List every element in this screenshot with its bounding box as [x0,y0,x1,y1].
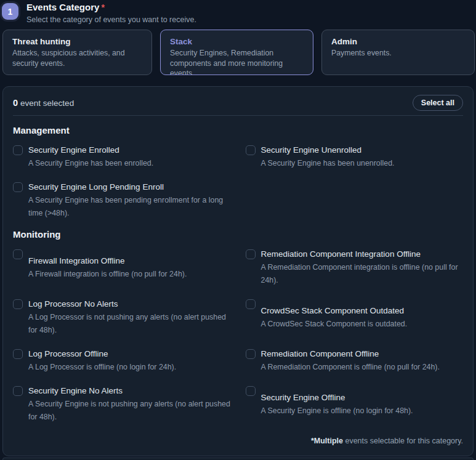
event-title: Security Engine No Alerts [28,385,231,397]
event-title: Security Engine Enrolled [28,144,153,156]
event-checkbox[interactable] [13,249,23,259]
event-text: Security Engine UnenrolledA Security Eng… [261,144,395,170]
event-checkbox[interactable] [246,145,256,155]
event-title: CrowdSec Stack Component Outdated [261,305,408,317]
events-grid: Security Engine EnrolledA Security Engin… [13,144,463,220]
step-text: Events Category* Select the category of … [26,2,196,24]
event-title: Security Engine Unenrolled [261,144,395,156]
step-number-badge: 1 [2,3,18,20]
event-option[interactable]: Firewall Integration OfflineA Firewall i… [13,248,231,287]
event-title: Log Processor Offline [28,348,176,360]
required-asterisk: * [101,2,104,12]
event-option[interactable]: Security Engine No AlertsA Security Engi… [13,385,231,424]
event-text: CrowdSec Stack Component OutdatedA Crowd… [261,305,408,331]
category-title: Admin [331,37,465,46]
event-text: Security Engine OfflineA Security Engine… [261,392,413,418]
footer-rest-text: events selectable for this category. [343,437,463,445]
event-text: Remediation Component Integration Offlin… [261,248,464,287]
page-title: Events Category [26,2,99,12]
category-card-threat-hunting[interactable]: Threat hunting Attacks, suspicious activ… [2,30,152,75]
event-checkbox[interactable] [13,386,23,396]
event-description: A Security Engine is offline (no login f… [261,405,413,418]
category-title: Threat hunting [12,37,142,46]
event-option[interactable]: CrowdSec Stack Component OutdatedA Crowd… [246,298,464,337]
event-description: A Remediation Component is offline (no p… [261,361,440,374]
event-sections: ManagementSecurity Engine EnrolledA Secu… [13,125,463,424]
event-text: Remediation Component OfflineA Remediati… [261,348,440,374]
events-grid: Firewall Integration OfflineA Firewall i… [13,248,463,424]
event-description: A Security Engine has been unenrolled. [261,157,395,170]
event-description: A Security Engine has been pending enrol… [28,194,231,220]
page-subtitle: Select the category of events you want t… [26,15,196,24]
event-text: Security Engine No AlertsA Security Engi… [28,385,231,424]
event-description: A Security Engine has been enrolled. [28,157,153,170]
event-checkbox[interactable] [13,299,23,309]
event-text: Firewall Integration OfflineA Firewall i… [28,255,187,281]
category-description: Attacks, suspicious activities, and secu… [12,48,142,68]
event-description: A Log Processor is not pushing any alert… [28,311,231,337]
event-title: Remediation Component Integration Offlin… [261,248,464,260]
event-text: Log Processor OfflineA Log Processor is … [28,348,176,374]
event-option[interactable]: Remediation Component Integration Offlin… [246,248,464,287]
category-card-stack[interactable]: Stack Security Engines, Remediation comp… [160,30,313,75]
next-section-edge [2,458,474,460]
selected-count-label: event selected [20,99,74,108]
footer-note: *Multiple events selectable for this cat… [311,437,463,445]
event-checkbox[interactable] [13,182,23,192]
event-description: A Log Processor is offline (no login for… [28,361,176,374]
event-option[interactable]: Log Processor No AlertsA Log Processor i… [13,298,231,337]
event-checkbox[interactable] [246,249,256,259]
event-option[interactable]: Security Engine OfflineA Security Engine… [246,385,464,424]
event-text: Security Engine EnrolledA Security Engin… [28,144,153,170]
event-option[interactable]: Remediation Component OfflineA Remediati… [246,348,464,374]
selection-summary: 0event selected [13,97,74,108]
event-title: Security Engine Long Pending Enroll [28,181,231,193]
event-title: Log Processor No Alerts [28,298,231,310]
section-heading: Monitoring [13,229,463,240]
event-checkbox[interactable] [246,299,256,309]
event-option[interactable]: Security Engine EnrolledA Security Engin… [13,144,231,170]
section-heading: Management [13,125,463,135]
event-checkbox[interactable] [246,349,256,359]
footer-bold-text: Multiple [314,437,343,445]
event-description: A Remediation Component integration is o… [261,261,464,287]
event-description: A Security Engine is not pushing any ale… [28,398,231,424]
selected-count: 0 [13,98,18,108]
event-text: Security Engine Long Pending EnrollA Sec… [28,181,231,220]
page: { "header": { "step_number": "1", "title… [0,0,476,460]
event-checkbox[interactable] [246,386,256,396]
step-header: 1 Events Category* Select the category o… [2,2,196,24]
event-option[interactable]: Security Engine Long Pending EnrollA Sec… [13,181,231,220]
event-option[interactable]: Security Engine UnenrolledA Security Eng… [246,144,464,170]
selection-row: 0event selected Select all [13,94,463,111]
empty-cell [246,181,464,220]
event-checkbox[interactable] [13,145,23,155]
category-description: Payments events. [331,48,465,59]
category-title: Stack [170,37,304,46]
divider [13,115,463,116]
event-option[interactable]: Log Processor OfflineA Log Processor is … [13,348,231,374]
event-checkbox[interactable] [13,349,23,359]
category-cards: Threat hunting Attacks, suspicious activ… [2,30,475,75]
event-description: A Firewall integration is offline (no pu… [28,268,187,281]
category-card-admin[interactable]: Admin Payments events. [321,30,475,75]
event-text: Log Processor No AlertsA Log Processor i… [28,298,231,337]
category-description: Security Engines, Remediation components… [170,48,304,75]
events-panel: 0event selected Select all ManagementSec… [2,86,474,456]
event-title: Security Engine Offline [261,392,413,404]
select-all-button[interactable]: Select all [413,95,463,111]
event-title: Firewall Integration Offline [28,255,187,267]
event-title: Remediation Component Offline [261,348,440,360]
event-description: A CrowdSec Stack Component is outdated. [261,318,408,331]
